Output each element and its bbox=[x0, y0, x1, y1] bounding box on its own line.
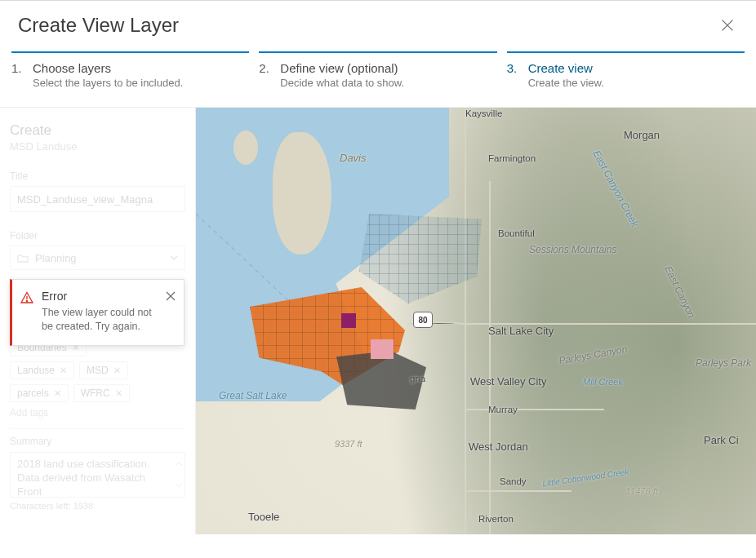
toast-message: The view layer could not be created. Try… bbox=[42, 306, 158, 334]
summary-label: Summary bbox=[10, 436, 185, 447]
wizard-steps: 1. Choose layers Select the layers to be… bbox=[0, 53, 756, 107]
map-label: Davis bbox=[340, 152, 367, 164]
folder-icon bbox=[17, 254, 29, 263]
folder-select[interactable]: Planning bbox=[10, 246, 185, 270]
create-panel: Create MSD Landuse Title Folder Planning… bbox=[0, 108, 196, 534]
map-label: Kaysville bbox=[465, 108, 502, 118]
step-title: Create view bbox=[528, 61, 604, 75]
map-label: Great Salt Lake bbox=[219, 390, 287, 401]
map-label: Tooele bbox=[248, 511, 279, 523]
map-canvas[interactable]: 80 Kaysville Morgan Davis Farmington Eas… bbox=[196, 108, 756, 534]
map-label: 9337 ft bbox=[335, 439, 362, 449]
title-label: Title bbox=[10, 170, 185, 182]
title-input[interactable] bbox=[10, 186, 185, 212]
error-toast: Error The view layer could not be create… bbox=[10, 279, 185, 346]
step-title: Define view (optional) bbox=[280, 61, 404, 75]
step-choose-layers[interactable]: 1. Choose layers Select the layers to be… bbox=[11, 61, 249, 89]
panel-heading: Create bbox=[10, 122, 185, 139]
map-label: Sandy bbox=[500, 476, 527, 486]
step-subtitle: Select the layers to be included. bbox=[33, 77, 183, 89]
tags-row: parcels ✕ WFRC ✕ bbox=[10, 384, 185, 402]
close-icon[interactable] bbox=[718, 16, 736, 34]
map-label: Riverton bbox=[478, 514, 514, 524]
tag-chip[interactable]: WFRC ✕ bbox=[73, 384, 130, 402]
map-label: West Valley City bbox=[470, 375, 546, 388]
step-create-view[interactable]: 3. Create view Create the view. bbox=[507, 61, 745, 89]
close-icon[interactable] bbox=[166, 291, 176, 301]
tag-remove-icon[interactable]: ✕ bbox=[113, 365, 121, 376]
warning-icon bbox=[20, 291, 33, 304]
tag-chip[interactable]: MSD ✕ bbox=[79, 361, 128, 379]
map-label: Farmington bbox=[488, 153, 536, 163]
textarea-scroll-icons[interactable] bbox=[175, 456, 183, 494]
dialog-title: Create View Layer bbox=[18, 14, 179, 37]
chevron-down-icon bbox=[170, 254, 178, 262]
tag-remove-icon[interactable]: ✕ bbox=[54, 388, 61, 399]
map-label: Bountiful bbox=[498, 228, 535, 238]
step-define-view[interactable]: 2. Define view (optional) Decide what da… bbox=[259, 61, 496, 89]
step-subtitle: Decide what data to show. bbox=[280, 77, 404, 89]
map-label: 11476 ft bbox=[625, 486, 658, 496]
source-layer-name: MSD Landuse bbox=[10, 140, 185, 153]
folder-label: Folder bbox=[10, 230, 185, 241]
tag-chip[interactable]: parcels ✕ bbox=[10, 384, 69, 402]
summary-textarea[interactable]: 2018 land use classification. Data deriv… bbox=[10, 452, 185, 498]
tags-row: Landuse ✕ MSD ✕ bbox=[10, 361, 185, 379]
map-label: Parleys Park bbox=[696, 357, 751, 369]
highway-shield: 80 bbox=[413, 312, 433, 328]
map-label: Morgan bbox=[624, 129, 660, 141]
svg-point-3 bbox=[26, 300, 27, 301]
map-label: West Jordan bbox=[469, 441, 528, 453]
dialog-header: Create View Layer bbox=[0, 1, 756, 51]
tag-remove-icon[interactable]: ✕ bbox=[60, 365, 67, 376]
toast-title: Error bbox=[42, 290, 158, 303]
step-progress bbox=[0, 51, 756, 53]
map-label: Park Ci bbox=[704, 434, 739, 446]
map-label: Sessions Mountains bbox=[529, 245, 616, 255]
step-subtitle: Create the view. bbox=[528, 77, 604, 89]
tag-chip[interactable]: Landuse ✕ bbox=[10, 361, 74, 379]
step-title: Choose layers bbox=[33, 61, 183, 75]
chars-remaining: Characters left: 1938 bbox=[10, 501, 185, 511]
map-label: gna bbox=[410, 374, 425, 383]
map-label: Salt Lake City bbox=[488, 325, 554, 337]
map-label: Murray bbox=[488, 405, 518, 414]
tag-remove-icon[interactable]: ✕ bbox=[115, 388, 122, 399]
map-label: Mill Creek bbox=[583, 377, 623, 387]
add-tags-hint[interactable]: Add tags bbox=[10, 407, 185, 418]
folder-selected: Planning bbox=[35, 252, 77, 264]
